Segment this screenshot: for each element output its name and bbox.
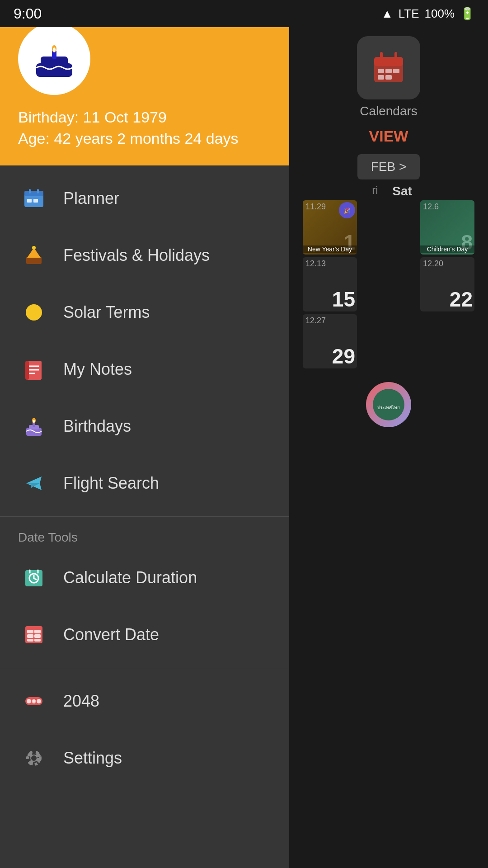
view-label[interactable]: VIEW bbox=[369, 127, 408, 145]
menu-label-notes: My Notes bbox=[63, 360, 132, 379]
menu-item-duration[interactable]: Calculate Duration bbox=[0, 549, 289, 606]
svg-point-53 bbox=[27, 699, 31, 703]
svg-point-11 bbox=[373, 389, 404, 420]
svg-rect-6 bbox=[393, 69, 399, 73]
cal-small-3: 12.13 bbox=[305, 259, 326, 269]
solar-icon bbox=[18, 297, 50, 328]
svg-rect-22 bbox=[37, 189, 39, 193]
menu-label-planner: Planner bbox=[63, 189, 119, 208]
svg-point-54 bbox=[37, 699, 41, 703]
svg-rect-47 bbox=[27, 634, 33, 638]
cal-row-1: 11.29 🎉 1 New Year's Day 12.6 8 Children… bbox=[298, 200, 479, 255]
menu-label-duration: Calculate Duration bbox=[63, 568, 197, 587]
svg-rect-24 bbox=[33, 199, 38, 203]
menu-item-notes[interactable]: My Notes bbox=[0, 341, 289, 398]
convert-icon bbox=[18, 619, 50, 651]
navigation-drawer: Birthday: 11 Oct 1979 Age: 42 years 2 mo… bbox=[0, 0, 289, 868]
svg-rect-5 bbox=[385, 69, 392, 73]
battery-icon: 🔋 bbox=[460, 7, 474, 21]
svg-rect-51 bbox=[34, 639, 41, 642]
cal-cell-1[interactable]: 11.29 🎉 1 New Year's Day bbox=[303, 200, 357, 255]
circle-avatar-1: 🎉 bbox=[339, 202, 355, 218]
svg-point-38 bbox=[33, 420, 35, 423]
date-tools-section-label: Date Tools bbox=[0, 521, 289, 549]
cal-spacer bbox=[420, 314, 474, 368]
menu-item-convert[interactable]: Convert Date bbox=[0, 606, 289, 663]
svg-point-27 bbox=[26, 304, 42, 321]
calendar-panel: Calendars VIEW FEB > ri Sat 11.29 🎉 1 Ne… bbox=[289, 0, 488, 868]
festivals-icon bbox=[18, 240, 50, 271]
menu-item-festivals[interactable]: Festivals & Holidays bbox=[0, 227, 289, 284]
menu-item-settings[interactable]: Settings bbox=[0, 730, 289, 787]
cal-cell-4[interactable]: 12.20 22 bbox=[420, 257, 474, 311]
settings-icon bbox=[18, 742, 50, 774]
menu-list: Planner Festivals & Holidays Solar Terms bbox=[0, 165, 289, 868]
svg-rect-56 bbox=[32, 700, 36, 703]
cal-cell-5[interactable]: 12.27 29 bbox=[303, 314, 357, 368]
day-header-sat: Sat bbox=[389, 184, 416, 198]
menu-item-birthdays[interactable]: Birthdays bbox=[0, 398, 289, 455]
svg-rect-20 bbox=[24, 191, 43, 196]
cal-day-headers: ri Sat bbox=[357, 184, 420, 198]
profile-birthday: Birthday: 11 Oct 1979 bbox=[18, 108, 271, 126]
menu-label-flight: Flight Search bbox=[63, 474, 159, 493]
cal-large-5: 29 bbox=[332, 346, 355, 367]
svg-text:ประเทศไทย: ประเทศไทย bbox=[377, 405, 400, 410]
cal-row-2: 12.13 15 12.20 22 bbox=[298, 257, 479, 311]
status-time: 9:00 bbox=[14, 5, 42, 22]
menu-item-planner[interactable]: Planner bbox=[0, 170, 289, 227]
day-header-fri: ri bbox=[361, 184, 389, 198]
calendars-icon-box[interactable] bbox=[357, 36, 420, 99]
menu-label-solar: Solar Terms bbox=[63, 303, 150, 322]
status-bar: 9:00 ▲ LTE 100% 🔋 bbox=[0, 0, 488, 27]
menu-item-solar[interactable]: Solar Terms bbox=[0, 284, 289, 341]
cal-small-5: 12.27 bbox=[305, 316, 326, 326]
menu-label-2048: 2048 bbox=[63, 692, 99, 711]
cal-small-1: 11.29 bbox=[305, 202, 326, 212]
bottom-avatar-container: ประเทศไทย bbox=[298, 377, 479, 432]
cal-large-3: 15 bbox=[332, 289, 355, 310]
svg-text:🎉: 🎉 bbox=[344, 207, 351, 214]
wifi-icon: ▲ bbox=[381, 7, 393, 21]
notes-icon bbox=[18, 354, 50, 385]
svg-rect-23 bbox=[27, 199, 32, 203]
cal-large-4: 22 bbox=[450, 289, 473, 310]
menu-label-festivals: Festivals & Holidays bbox=[63, 246, 210, 265]
holiday-label-2: Children's Day bbox=[420, 245, 474, 253]
svg-rect-1 bbox=[374, 57, 403, 66]
cal-cell-2[interactable]: 12.6 8 Children's Day bbox=[420, 200, 474, 255]
svg-rect-8 bbox=[385, 75, 392, 80]
svg-rect-25 bbox=[26, 257, 42, 264]
menu-item-2048[interactable]: 2048 bbox=[0, 673, 289, 730]
menu-item-flight[interactable]: Flight Search bbox=[0, 455, 289, 512]
birthdays-icon bbox=[18, 410, 50, 442]
battery-text: 100% bbox=[425, 7, 455, 21]
feb-button[interactable]: FEB > bbox=[357, 154, 420, 179]
svg-rect-46 bbox=[27, 630, 33, 633]
calendar-grid: 11.29 🎉 1 New Year's Day 12.6 8 Children… bbox=[298, 200, 479, 432]
signal-icon: LTE bbox=[399, 7, 419, 21]
menu-label-convert: Convert Date bbox=[63, 625, 159, 644]
profile-info: Birthday: 11 Oct 1979 Age: 42 years 2 mo… bbox=[18, 108, 271, 147]
svg-point-18 bbox=[53, 47, 56, 52]
bottom-avatar: ประเทศไทย bbox=[366, 382, 411, 427]
flight-icon bbox=[18, 467, 50, 499]
svg-rect-21 bbox=[29, 189, 31, 193]
planner-icon bbox=[18, 183, 50, 214]
svg-point-60 bbox=[31, 755, 37, 761]
status-icons: ▲ LTE 100% 🔋 bbox=[381, 7, 474, 21]
cal-small-4: 12.20 bbox=[423, 259, 443, 269]
menu-label-birthdays: Birthdays bbox=[63, 417, 131, 436]
svg-rect-49 bbox=[34, 634, 41, 638]
svg-point-26 bbox=[32, 246, 36, 250]
svg-rect-33 bbox=[25, 361, 29, 380]
cal-row-3: 12.27 29 bbox=[298, 314, 479, 368]
svg-rect-7 bbox=[378, 75, 384, 80]
svg-rect-50 bbox=[27, 639, 33, 642]
divider-2 bbox=[0, 668, 289, 668]
cal-small-2: 12.6 bbox=[423, 202, 439, 212]
calendars-label: Calendars bbox=[360, 104, 418, 118]
cal-cell-3[interactable]: 12.13 15 bbox=[303, 257, 357, 311]
svg-rect-48 bbox=[34, 630, 41, 633]
profile-avatar bbox=[18, 23, 90, 95]
